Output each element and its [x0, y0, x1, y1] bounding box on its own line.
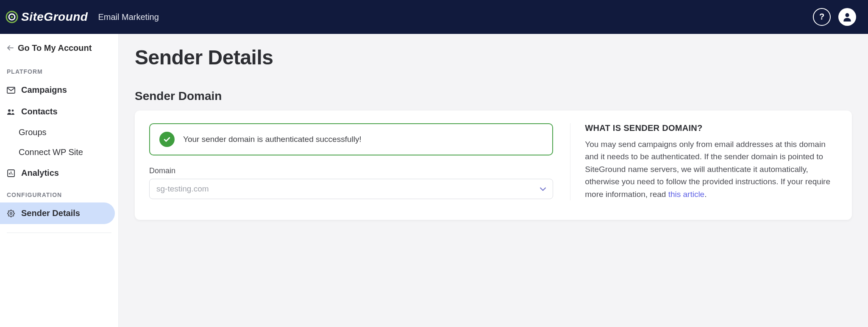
svg-point-7 — [12, 109, 14, 111]
sidebar-item-label: Connect WP Site — [19, 147, 83, 157]
chart-icon — [7, 169, 15, 177]
sidebar-item-sender-details[interactable]: Sender Details — [0, 202, 115, 224]
brand-logo-icon — [5, 10, 19, 24]
info-heading: WHAT IS SENDER DOMAIN? — [585, 123, 837, 133]
sidebar-item-connect-wp[interactable]: Connect WP Site — [0, 142, 118, 162]
domain-field-label: Domain — [149, 166, 553, 175]
info-panel: WHAT IS SENDER DOMAIN? You may send camp… — [570, 123, 837, 200]
domain-select-value: sg-testing.com — [149, 179, 553, 199]
envelope-icon — [7, 86, 15, 94]
check-circle-icon — [159, 132, 175, 147]
svg-point-6 — [8, 109, 11, 112]
sidebar-section-configuration: CONFIGURATION — [0, 184, 118, 202]
info-body: You may send campaigns only from email a… — [585, 140, 830, 199]
domain-select[interactable]: sg-testing.com — [149, 179, 553, 199]
topbar-actions: ? — [813, 8, 856, 26]
sidebar-item-analytics[interactable]: Analytics — [0, 162, 118, 184]
svg-point-9 — [10, 212, 12, 214]
success-alert: Your sender domain is authenticated succ… — [149, 123, 553, 155]
svg-point-4 — [845, 13, 849, 17]
success-alert-text: Your sender domain is authenticated succ… — [183, 135, 362, 144]
svg-point-2 — [11, 16, 13, 18]
account-avatar-icon[interactable] — [838, 8, 856, 26]
sidebar-item-label: Analytics — [21, 168, 59, 178]
sidebar-item-groups[interactable]: Groups — [0, 122, 118, 142]
sidebar: Go To My Account PLATFORM Campaigns Cont… — [0, 34, 119, 327]
page-title: Sender Details — [135, 46, 852, 69]
card-main: Your sender domain is authenticated succ… — [149, 123, 553, 200]
info-article-link[interactable]: this article — [668, 190, 705, 199]
top-bar: SiteGround Email Marketing ? — [0, 0, 868, 34]
help-icon[interactable]: ? — [813, 8, 831, 26]
info-text: You may send campaigns only from email a… — [585, 138, 837, 200]
svg-text:?: ? — [819, 12, 824, 21]
arrow-left-icon — [7, 43, 14, 53]
section-title-sender-domain: Sender Domain — [135, 89, 852, 103]
sidebar-item-label: Sender Details — [21, 208, 80, 218]
chevron-down-icon — [540, 185, 546, 194]
back-label: Go To My Account — [18, 43, 92, 53]
sidebar-section-platform: PLATFORM — [0, 61, 118, 79]
people-icon — [7, 108, 15, 116]
brand-block: SiteGround — [5, 10, 88, 24]
brand-name: SiteGround — [21, 10, 88, 24]
sidebar-divider — [7, 233, 111, 233]
sidebar-item-campaigns[interactable]: Campaigns — [0, 79, 118, 101]
main-content: Sender Details Sender Domain Your sender… — [119, 34, 868, 327]
sidebar-item-label: Contacts — [21, 107, 58, 116]
info-body-end: . — [704, 190, 707, 199]
sidebar-item-label: Groups — [19, 127, 47, 137]
sender-domain-card: Your sender domain is authenticated succ… — [135, 111, 852, 220]
sidebar-item-contacts[interactable]: Contacts — [0, 101, 118, 122]
product-name: Email Marketing — [98, 12, 159, 22]
sidebar-item-label: Campaigns — [21, 85, 67, 95]
back-to-account-link[interactable]: Go To My Account — [0, 43, 118, 61]
gear-icon — [7, 209, 15, 218]
